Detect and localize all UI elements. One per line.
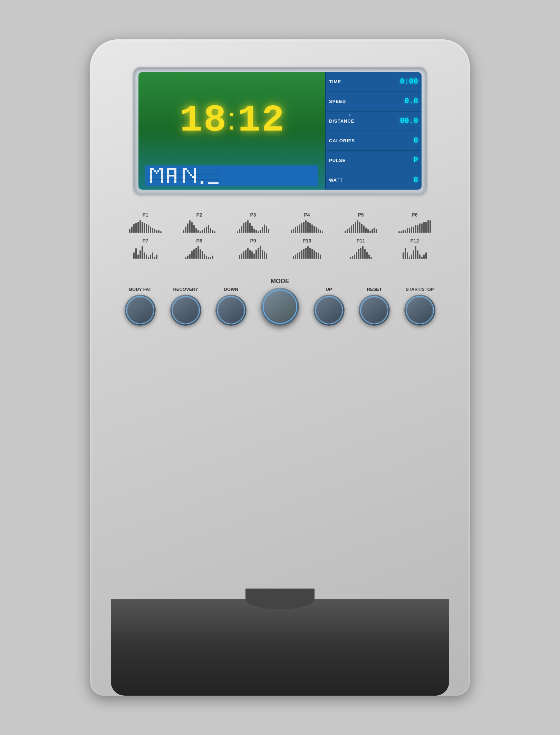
prog-label-p2: P2 (196, 212, 202, 218)
stat-value-speed: 0.0 (390, 97, 418, 106)
start-stop-label: START/STOP (406, 287, 434, 292)
prog-label-p7: P7 (142, 238, 148, 244)
svg-rect-20 (149, 172, 219, 172)
start-stop-button[interactable] (404, 295, 435, 326)
svg-rect-4 (157, 170, 159, 172)
digit-4: 2 (262, 102, 284, 140)
body-fat-button[interactable] (125, 295, 156, 326)
stat-calories: CALORIES 0 (326, 131, 422, 151)
svg-rect-13 (187, 170, 189, 172)
svg-rect-15 (190, 174, 192, 176)
body-fat-button-group: BODY FAT (125, 287, 156, 326)
program-item-p9[interactable]: P9 (229, 238, 277, 259)
program-item-p5[interactable]: P5 (337, 212, 385, 233)
program-item-p11[interactable]: P11 (337, 238, 385, 259)
program-item-p2[interactable]: P2 (175, 212, 223, 233)
stat-pulse: PULSE P (326, 151, 422, 170)
svg-rect-22 (149, 177, 219, 177)
mode-button[interactable] (261, 288, 299, 326)
up-button-group: UP (313, 287, 345, 326)
main-display-panel: 1 8 : 1 2 (138, 72, 325, 190)
svg-rect-17 (194, 168, 196, 183)
controls-area: BODY FAT RECOVERY DOWN MODE UP RESET (111, 274, 449, 326)
stat-distance: DISTANCE K 00.0 (326, 112, 422, 131)
lcd-screen-inner: 1 8 : 1 2 (138, 72, 422, 190)
prog-bars-p9 (239, 245, 267, 259)
prog-bars-p6 (398, 219, 431, 233)
stat-value-pulse: P (390, 156, 418, 165)
svg-rect-6 (161, 168, 163, 183)
digit-3: 1 (238, 102, 260, 140)
svg-rect-2 (154, 170, 156, 172)
prog-label-p9: P9 (250, 238, 256, 244)
down-button-group: DOWN (215, 287, 247, 326)
recovery-button-group: RECOVERY (170, 287, 201, 326)
man-text (149, 167, 239, 184)
prog-label-p6: P6 (412, 212, 417, 218)
prog-label-p11: P11 (357, 238, 365, 244)
lcd-screen-container: 1 8 : 1 2 (133, 67, 427, 195)
stats-panel: TIME 0:00 SPEED 0.0 DISTANCE K 00.0 CALO… (325, 72, 422, 190)
down-button[interactable] (215, 295, 247, 326)
prog-label-p4: P4 (304, 212, 310, 218)
program-item-p8[interactable]: P8 (175, 238, 223, 259)
prog-bars-p7 (133, 245, 157, 259)
prog-bars-p4 (291, 219, 323, 233)
programs-row-1: P1P2P3P4P5P6 (121, 212, 439, 233)
prog-bars-p8 (185, 245, 213, 259)
program-item-p3[interactable]: P3 (229, 212, 277, 233)
stat-value-watt: 0 (390, 176, 418, 184)
svg-rect-9 (174, 168, 176, 183)
svg-rect-7 (167, 168, 169, 183)
svg-rect-23 (149, 179, 219, 180)
stat-value-distance: 00.0 (390, 117, 418, 125)
program-item-p4[interactable]: P4 (283, 212, 331, 233)
digit-2: 8 (203, 102, 225, 140)
svg-rect-18 (201, 181, 203, 184)
stat-value-time: 0:00 (390, 77, 418, 86)
man-svg (149, 167, 239, 184)
recovery-button[interactable] (170, 295, 201, 326)
colon-separator: : (227, 103, 236, 138)
program-item-p12[interactable]: P12 (390, 238, 439, 259)
prog-bars-p5 (345, 219, 377, 233)
svg-rect-0 (150, 168, 152, 183)
prog-label-p5: P5 (358, 212, 364, 218)
prog-bars-p12 (403, 245, 427, 259)
up-button[interactable] (313, 295, 345, 326)
prog-bars-p11 (350, 245, 372, 259)
svg-rect-11 (183, 168, 185, 183)
stat-value-calories: 0 (390, 136, 418, 145)
prog-bars-p10 (293, 245, 321, 259)
programs-area: P1P2P3P4P5P6 P7P8P9P10P11P12 (111, 209, 449, 267)
prog-bars-p2 (183, 219, 215, 233)
body-fat-label: BODY FAT (129, 287, 152, 292)
reset-button[interactable] (359, 295, 390, 326)
digit-1: 1 (180, 102, 202, 140)
stat-watt: WATT 0 (326, 170, 422, 190)
prog-bars-p3 (237, 219, 269, 233)
prog-label-p12: P12 (411, 238, 419, 244)
svg-rect-25 (208, 182, 219, 184)
prog-label-p3: P3 (250, 212, 256, 218)
controls-row: BODY FAT RECOVERY DOWN MODE UP RESET (125, 274, 435, 326)
svg-rect-10 (169, 175, 174, 176)
program-item-p6[interactable]: P6 (390, 212, 439, 233)
prog-label-p8: P8 (196, 238, 202, 244)
stat-label-time: TIME (329, 79, 390, 84)
mode-section: MODE (261, 278, 299, 326)
stat-unit-distance: K (349, 113, 351, 116)
stat-time: TIME 0:00 (326, 72, 422, 92)
stat-label-calories: CALORIES (329, 138, 390, 143)
start-stop-button-group: START/STOP (404, 287, 435, 326)
sub-display (145, 165, 318, 186)
program-item-p1[interactable]: P1 (121, 212, 170, 233)
prog-bars-p1 (129, 219, 162, 233)
program-item-p7[interactable]: P7 (121, 238, 170, 259)
stat-label-pulse: PULSE (329, 158, 390, 163)
stat-label-watt: WATT (329, 178, 390, 183)
svg-rect-19 (149, 170, 219, 170)
programs-row-2: P7P8P9P10P11P12 (121, 238, 439, 259)
svg-rect-24 (149, 182, 219, 182)
program-item-p10[interactable]: P10 (283, 238, 331, 259)
